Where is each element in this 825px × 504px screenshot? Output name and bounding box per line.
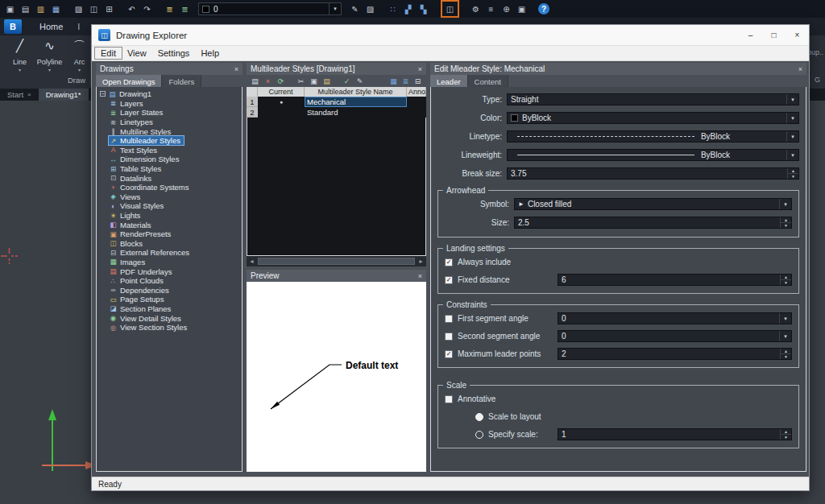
settings-icon[interactable]: ⚙ — [469, 2, 483, 15]
chevron-down-icon[interactable] — [779, 199, 791, 209]
break-size-input[interactable]: 3.75 — [507, 167, 799, 180]
delete-style-icon[interactable]: × — [262, 76, 274, 86]
attachments-icon[interactable]: ⊕ — [500, 2, 513, 15]
tab-folders[interactable]: Folders — [162, 75, 201, 87]
purge-icon[interactable]: ⟳ — [275, 76, 287, 86]
tree-item[interactable]: ≣ Layers — [109, 99, 242, 109]
tab-content[interactable]: Content — [468, 75, 508, 87]
always-include-checkbox[interactable] — [445, 258, 453, 266]
specify-scale-input[interactable]: 1 — [558, 428, 792, 440]
tree-item[interactable]: ▭ Page Setups — [109, 295, 242, 304]
doc-tab-drawing1[interactable]: Drawing1* — [39, 89, 89, 101]
scroll-right-icon[interactable]: ▸ — [416, 258, 426, 265]
close-icon[interactable]: × — [798, 65, 802, 73]
structure-panel-icon[interactable]: ≡ — [484, 2, 498, 15]
collapse-icon[interactable] — [100, 91, 106, 97]
print-icon[interactable]: ▨ — [72, 2, 85, 15]
fixed-distance-checkbox[interactable] — [445, 276, 453, 284]
tree-item[interactable]: ≋ Linetypes — [109, 118, 242, 127]
first-segment-angle-dropdown[interactable]: 0 — [558, 312, 792, 324]
arrow-size-input[interactable]: 2.5 — [514, 217, 792, 229]
tree-item[interactable]: ◪ Section Planes — [109, 304, 242, 314]
spin-up-icon[interactable] — [781, 275, 791, 280]
save-icon[interactable]: ▦ — [49, 2, 63, 15]
linetype-dropdown[interactable]: ByBlock — [507, 130, 799, 143]
type-dropdown[interactable]: Straight — [507, 93, 799, 105]
ribbon-tab[interactable]: Home — [28, 19, 74, 34]
undo-icon[interactable]: ↶ — [125, 2, 139, 15]
close-icon[interactable]: × — [234, 65, 238, 73]
maximum-leader-points-checkbox[interactable] — [445, 350, 453, 358]
spin-up-icon[interactable] — [781, 429, 791, 435]
tree-item[interactable]: ≣ Layer States — [109, 108, 242, 118]
tree-item[interactable]: ↗ Multileader Styles — [109, 136, 242, 146]
workspace-icon[interactable]: ▣ — [3, 2, 17, 15]
preview-panel-header[interactable]: Preview × — [247, 270, 426, 282]
spin-down-icon[interactable] — [781, 435, 791, 440]
spin-down-icon[interactable] — [781, 280, 791, 285]
spin-up-icon[interactable] — [788, 168, 798, 174]
paste-icon[interactable]: ▤ — [321, 76, 333, 86]
chevron-down-icon[interactable] — [779, 331, 791, 341]
chevron-down-icon[interactable] — [786, 113, 798, 123]
chevron-down-icon[interactable] — [786, 94, 798, 105]
second-segment-angle-dropdown[interactable]: 0 — [558, 330, 792, 342]
tree-item[interactable]: ∥ Multiline Styles — [109, 126, 242, 136]
first-segment-angle-checkbox[interactable] — [445, 315, 453, 323]
publish-icon[interactable]: ⊞ — [102, 2, 116, 15]
tree-item[interactable]: ▤ PDF Underlays — [109, 266, 242, 276]
tree-item[interactable]: A Text Styles — [109, 146, 242, 155]
tree-item[interactable]: ◧ Materials — [109, 220, 242, 229]
open-icon[interactable]: ▥ — [34, 2, 48, 15]
ribbon-tab[interactable]: I — [74, 19, 83, 34]
chevron-down-icon[interactable] — [48, 67, 51, 72]
scroll-left-icon[interactable]: ◂ — [247, 258, 257, 265]
tree-item[interactable]: ◈ Views — [109, 192, 242, 202]
annotative-cell[interactable] — [407, 97, 426, 107]
scrollbar-thumb[interactable] — [258, 258, 415, 265]
tree-item[interactable]: ◉ View Detail Styles — [109, 313, 242, 323]
new-style-icon[interactable]: ▤ — [249, 76, 261, 86]
ribbon-tool-button[interactable]: ╱ Line — [6, 39, 33, 81]
scale-to-layout-radio[interactable] — [475, 413, 483, 421]
tree-item[interactable]: ⊟ External References — [109, 248, 242, 258]
menu-item[interactable]: View — [122, 48, 152, 59]
ribbon-tool-button[interactable]: ∿ Polyline — [36, 39, 63, 81]
spin-up-icon[interactable] — [781, 349, 791, 354]
tab-open-drawings[interactable]: Open Drawings — [96, 75, 162, 87]
styles-panel-header[interactable]: Multileader Styles [Drawing1] × — [247, 63, 426, 75]
current-style-bullet[interactable] — [258, 107, 305, 118]
help-icon[interactable]: ? — [538, 3, 549, 14]
layer-states-icon[interactable]: ≣ — [178, 2, 192, 15]
polar-guide-icon[interactable]: ▚ — [417, 2, 430, 15]
chevron-down-icon[interactable] — [779, 313, 791, 324]
horizontal-scrollbar[interactable]: ◂ ▸ — [247, 256, 426, 266]
spin-up-icon[interactable] — [781, 217, 791, 223]
tree-item[interactable]: ⊡ Datalinks — [109, 173, 242, 183]
doc-tab-start[interactable]: Start × — [0, 89, 39, 101]
cut-icon[interactable]: ✂ — [295, 76, 307, 86]
menu-item[interactable]: Edit — [95, 48, 122, 59]
new-icon[interactable]: ▤ — [19, 2, 32, 15]
fixed-distance-input[interactable]: 6 — [558, 274, 792, 286]
layer-dropdown[interactable]: 0 — [198, 2, 342, 15]
edit-panel-header[interactable]: Edit Mleader Style: Mechanical × — [430, 63, 806, 75]
drawing-explorer-icon[interactable]: ◫ — [443, 2, 457, 15]
tree-item[interactable]: ∴ Point Clouds — [109, 276, 242, 286]
second-segment-angle-checkbox[interactable] — [445, 333, 453, 341]
rename-icon[interactable]: ✎ — [354, 76, 366, 86]
options-icon[interactable]: ⊟ — [412, 76, 424, 86]
spin-down-icon[interactable] — [781, 354, 791, 359]
tree-item[interactable]: ↔ Dimension Styles — [109, 155, 242, 164]
tree-item[interactable]: ☀ Lights — [109, 211, 242, 221]
list-view-icon[interactable]: ≣ — [400, 76, 412, 86]
tree-root-drawing1[interactable]: ▤ Drawing1 — [100, 89, 242, 99]
annotative-checkbox[interactable] — [445, 395, 453, 403]
render-icon[interactable]: ▣ — [515, 2, 529, 15]
hatch-icon[interactable]: ▨ — [363, 2, 377, 15]
chevron-down-icon[interactable] — [329, 3, 341, 14]
layers-dialog-icon[interactable]: ≣ — [163, 2, 176, 15]
ribbon-tool-button[interactable]: ⌒ Arc — [66, 39, 93, 81]
tree-item[interactable]: ◐ Visual Styles — [109, 201, 242, 211]
maximize-button[interactable]: □ — [762, 25, 786, 45]
